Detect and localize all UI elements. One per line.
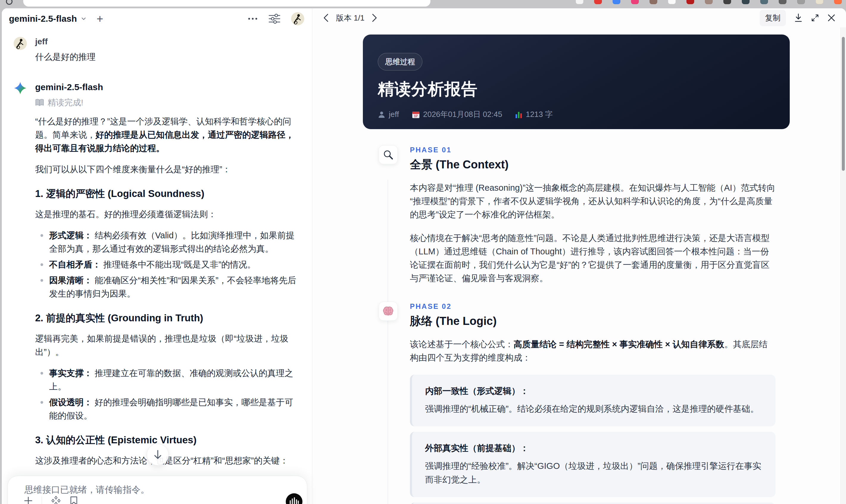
- plus-icon: [24, 496, 33, 504]
- screen: gemini-2.5-flash +: [0, 0, 846, 504]
- logic-card: 内部一致性（形式逻辑）：强调推理的“机械正确”。结论必须在给定的规则系统内逻辑自…: [410, 375, 775, 426]
- reload-icon[interactable]: [6, 0, 13, 5]
- previous-version-button[interactable]: [323, 14, 329, 22]
- download-icon: [794, 13, 803, 22]
- extension-icon[interactable]: [723, 0, 731, 4]
- logic-cards: 内部一致性（形式逻辑）：强调推理的“机械正确”。结论必须在给定的规则系统内逻辑自…: [410, 375, 790, 504]
- svg-text:17: 17: [414, 114, 418, 118]
- bullet-list: 事实支撑： 推理建立在可靠的数据、准确的观测或公认的真理之上。假设透明： 好的推…: [35, 366, 299, 422]
- assistant-status: 精读完成!: [35, 97, 299, 108]
- chat-header: gemini-2.5-flash +: [2, 8, 312, 29]
- version-navigation: 版本 1/1: [323, 13, 377, 23]
- close-button[interactable]: [828, 14, 835, 22]
- expand-button[interactable]: [811, 14, 819, 22]
- bullet-item: 事实支撑： 推理建立在可靠的数据、准确的观测或公认的真理之上。: [35, 366, 299, 393]
- extension-icon[interactable]: [797, 0, 805, 4]
- artifact-actions: 复制: [760, 10, 835, 26]
- chat-scroll-area[interactable]: jeff 什么是好的推理: [2, 29, 312, 504]
- artifact-panel: 版本 1/1 复制: [312, 8, 846, 504]
- brain-icon: [383, 306, 393, 316]
- phase-2-icon-card: [378, 302, 398, 321]
- extension-icon[interactable]: [760, 0, 768, 4]
- report-hero-card: 思维过程 精读分析报告 jeff 17 2026年01月08日 02:45: [363, 35, 790, 129]
- calendar-icon: 17: [412, 111, 420, 119]
- extension-icon[interactable]: [668, 0, 676, 4]
- phase-title: 脉络 (The Logic): [410, 313, 790, 329]
- report-phases: PHASE 01 全景 (The Context) 本内容是对“推理 (Reas…: [363, 145, 790, 504]
- phase-paragraph: 该论述基于一个核心公式：高质量结论 = 结构完整性 × 事实准确性 × 认知自律…: [410, 338, 775, 364]
- bookmark-button[interactable]: [70, 496, 78, 504]
- section-heading: 1. 逻辑的严密性 (Logical Soundness): [35, 187, 299, 200]
- more-menu-icon: [248, 17, 258, 20]
- extension-icon[interactable]: [613, 0, 620, 4]
- bookmark-icon: [70, 496, 78, 504]
- phase-label: PHASE 01: [410, 145, 790, 154]
- phase-1-icon-card: [378, 145, 398, 164]
- assistant-message: gemini-2.5-flash 精读完成! “什么是好的推理？”这是一个涉及逻…: [14, 82, 312, 504]
- intro-paragraph-2: 我们可以从以下四个维度来衡量什么是“好的推理”：: [35, 163, 299, 176]
- artifact-header: 版本 1/1 复制: [312, 8, 846, 28]
- extension-icon[interactable]: [742, 0, 750, 4]
- soccer-player-avatar-icon: [14, 37, 27, 50]
- gemini-star-icon: [14, 82, 27, 95]
- logic-card: 外部真实性（前提基础）：强调推理的“经验校准”。解决“GIGO（垃圾进，垃圾出）…: [410, 432, 775, 497]
- section-intro: 这是推理的基石。好的推理必须遵循逻辑法则：: [35, 208, 299, 221]
- attach-plus-button[interactable]: [24, 496, 33, 504]
- book-icon: [35, 99, 44, 107]
- address-bar[interactable]: [23, 0, 430, 6]
- models-button[interactable]: [51, 496, 61, 504]
- extension-icon[interactable]: [686, 0, 694, 4]
- user-avatar: [14, 37, 27, 50]
- logic-card: 主体伦理（认识美德）：转向推理者的心理特征。引入奥卡姆剃刀和反向论证，旨在克服人…: [410, 503, 775, 504]
- section-heading: 2. 前提的真实性 (Grounding in Truth): [35, 312, 299, 324]
- chat-panel: gemini-2.5-flash +: [2, 8, 312, 504]
- report-badge: 思维过程: [378, 53, 422, 71]
- scroll-to-bottom-button[interactable]: [147, 444, 169, 466]
- voice-waveform-icon: [289, 497, 299, 504]
- composer-placeholder: 思维接口已就绪，请传输指令。: [24, 484, 307, 496]
- chevron-right-icon: [371, 14, 377, 22]
- arrow-down-icon: [153, 450, 162, 460]
- extension-icon[interactable]: [816, 0, 823, 4]
- logic-card-title: 内部一致性（形式逻辑）：: [425, 385, 762, 397]
- divider: [42, 496, 42, 504]
- extension-icon[interactable]: [834, 0, 842, 4]
- soccer-player-avatar-icon: [291, 12, 304, 25]
- extension-icon[interactable]: [705, 0, 712, 4]
- user-message: jeff 什么是好的推理: [14, 37, 312, 63]
- new-chat-button[interactable]: +: [95, 13, 105, 25]
- report-author: jeff: [378, 110, 399, 119]
- browser-chrome: [0, 0, 846, 8]
- report-document[interactable]: 思维过程 精读分析报告 jeff 17 2026年01月08日 02:45: [312, 28, 846, 504]
- person-icon: [378, 111, 386, 119]
- assistant-markdown: “什么是好的推理？”这是一个涉及逻辑学、认知科学和哲学核心的问题。简单来说，好的…: [35, 115, 299, 504]
- assistant-model-name: gemini-2.5-flash: [35, 82, 299, 92]
- phase-paragraph: 核心情境在于解决“思考的随意性”问题。不论是人类通过批判性思维进行决策，还是大语…: [410, 232, 775, 285]
- model-selector[interactable]: gemini-2.5-flash: [9, 14, 87, 24]
- extension-icon[interactable]: [576, 0, 583, 4]
- next-version-button[interactable]: [371, 14, 377, 22]
- sliders-icon: [268, 13, 280, 24]
- bullet-item: 形式逻辑： 结构必须有效（Valid）。比如演绎推理中，如果前提全部为真，那么通…: [35, 229, 299, 256]
- composer[interactable]: 思维接口已就绪，请传输指令。: [7, 476, 307, 504]
- copy-button[interactable]: 复制: [760, 10, 786, 26]
- more-menu-button[interactable]: [248, 17, 258, 20]
- scrollbar-thumb[interactable]: [842, 37, 845, 171]
- extension-icon[interactable]: [650, 0, 657, 4]
- extension-icon[interactable]: [779, 0, 787, 4]
- download-button[interactable]: [794, 13, 803, 22]
- bullet-list: 形式逻辑： 结构必须有效（Valid）。比如演绎推理中，如果前提全部为真，那么通…: [35, 229, 299, 301]
- settings-sliders-button[interactable]: [268, 13, 280, 24]
- app-window: gemini-2.5-flash +: [2, 8, 846, 504]
- assistant-status-text: 精读完成!: [48, 97, 83, 108]
- phase-paragraph: 本内容是对“推理 (Reasoning)”这一抽象概念的高层建模。在知识爆炸与人…: [410, 181, 775, 221]
- bullet-item: 假设透明： 好的推理会明确指明哪些是已知事实，哪些是基于可能的假设。: [35, 396, 299, 422]
- user-avatar[interactable]: [291, 12, 304, 25]
- scrollbar-track[interactable]: [840, 28, 846, 504]
- extension-icon[interactable]: [594, 0, 602, 4]
- version-label: 版本 1/1: [336, 13, 364, 23]
- close-icon: [828, 14, 835, 22]
- extension-icon[interactable]: [631, 0, 639, 4]
- section-intro: 逻辑再完美，如果前提是错误的，推理也是垃圾（即“垃圾进，垃圾出”）。: [35, 332, 299, 359]
- message-author: jeff: [35, 37, 95, 47]
